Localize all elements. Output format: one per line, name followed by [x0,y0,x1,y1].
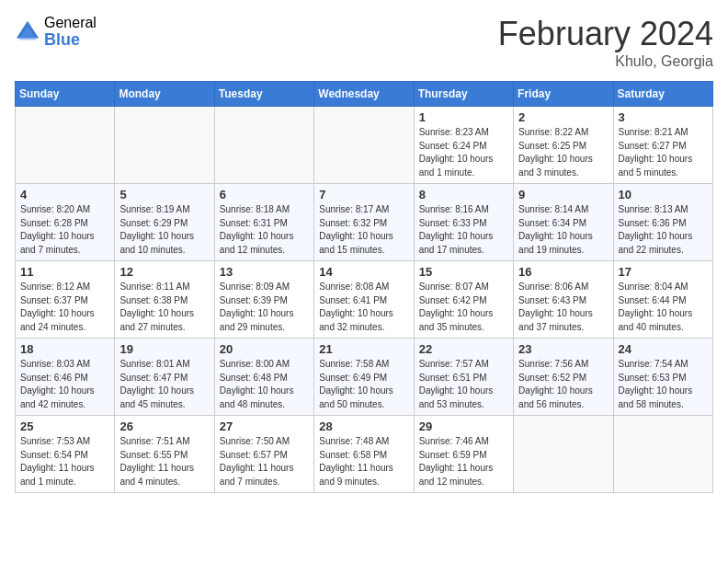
calendar-week-row: 25Sunrise: 7:53 AM Sunset: 6:54 PM Dayli… [16,416,713,493]
day-number: 27 [220,419,309,433]
day-of-week-header: Wednesday [314,82,414,107]
calendar-day-cell [214,107,313,184]
day-info: Sunrise: 8:20 AM Sunset: 6:28 PM Dayligh… [20,203,109,257]
day-number: 14 [319,265,408,279]
calendar-week-row: 11Sunrise: 8:12 AM Sunset: 6:37 PM Dayli… [16,261,713,339]
calendar-day-cell [115,107,214,184]
day-of-week-header: Tuesday [214,82,313,107]
day-of-week-header: Friday [514,82,613,107]
day-of-week-header: Saturday [613,82,712,107]
day-number: 13 [220,265,309,279]
day-info: Sunrise: 8:01 AM Sunset: 6:47 PM Dayligh… [119,358,209,411]
day-info: Sunrise: 8:23 AM Sunset: 6:24 PM Dayligh… [419,126,508,179]
calendar-day-cell: 5Sunrise: 8:19 AM Sunset: 6:29 PM Daylig… [115,184,214,261]
calendar-week-row: 4Sunrise: 8:20 AM Sunset: 6:28 PM Daylig… [16,184,713,261]
calendar-day-cell: 6Sunrise: 8:18 AM Sunset: 6:31 PM Daylig… [214,184,313,261]
day-number: 15 [419,265,508,279]
day-info: Sunrise: 8:04 AM Sunset: 6:44 PM Dayligh… [619,281,708,334]
day-info: Sunrise: 8:06 AM Sunset: 6:43 PM Dayligh… [518,281,608,334]
day-number: 28 [319,419,408,433]
day-info: Sunrise: 7:58 AM Sunset: 6:49 PM Dayligh… [319,358,408,411]
calendar-day-cell: 7Sunrise: 8:17 AM Sunset: 6:32 PM Daylig… [314,184,414,261]
calendar-day-cell: 26Sunrise: 7:51 AM Sunset: 6:55 PM Dayli… [115,416,214,493]
day-info: Sunrise: 8:11 AM Sunset: 6:38 PM Dayligh… [119,281,209,334]
day-number: 23 [518,342,608,356]
day-info: Sunrise: 8:12 AM Sunset: 6:37 PM Dayligh… [20,281,109,334]
calendar-header-row: SundayMondayTuesdayWednesdayThursdayFrid… [16,82,713,107]
day-number: 8 [419,188,508,201]
day-number: 24 [619,342,708,356]
calendar-day-cell: 4Sunrise: 8:20 AM Sunset: 6:28 PM Daylig… [16,184,115,261]
calendar-day-cell [314,107,414,184]
day-info: Sunrise: 8:14 AM Sunset: 6:34 PM Dayligh… [518,203,608,257]
day-number: 17 [619,265,708,279]
calendar-day-cell: 1Sunrise: 8:23 AM Sunset: 6:24 PM Daylig… [414,107,513,184]
calendar-week-row: 18Sunrise: 8:03 AM Sunset: 6:46 PM Dayli… [16,339,713,416]
logo-icon [15,19,40,45]
calendar-day-cell: 18Sunrise: 8:03 AM Sunset: 6:46 PM Dayli… [16,339,115,416]
title-month: February 2024 [498,15,713,53]
calendar-day-cell: 28Sunrise: 7:48 AM Sunset: 6:58 PM Dayli… [314,416,414,493]
day-info: Sunrise: 8:13 AM Sunset: 6:36 PM Dayligh… [619,203,708,257]
day-info: Sunrise: 8:17 AM Sunset: 6:32 PM Dayligh… [319,203,408,257]
day-number: 5 [119,188,209,201]
day-info: Sunrise: 7:56 AM Sunset: 6:52 PM Dayligh… [518,358,608,411]
day-info: Sunrise: 7:57 AM Sunset: 6:51 PM Dayligh… [419,358,508,411]
calendar-day-cell [613,416,712,493]
day-number: 16 [518,265,608,279]
day-number: 21 [319,342,408,356]
calendar-day-cell: 3Sunrise: 8:21 AM Sunset: 6:27 PM Daylig… [613,107,712,184]
day-number: 3 [619,110,708,124]
calendar-day-cell: 20Sunrise: 8:00 AM Sunset: 6:48 PM Dayli… [214,339,313,416]
calendar-day-cell: 29Sunrise: 7:46 AM Sunset: 6:59 PM Dayli… [414,416,513,493]
logo-text: General Blue [44,15,97,49]
logo-general: General [44,15,97,31]
logo-blue: Blue [44,31,97,50]
day-number: 29 [419,419,508,433]
calendar-day-cell: 12Sunrise: 8:11 AM Sunset: 6:38 PM Dayli… [115,261,214,339]
calendar-day-cell: 25Sunrise: 7:53 AM Sunset: 6:54 PM Dayli… [16,416,115,493]
calendar-day-cell: 27Sunrise: 7:50 AM Sunset: 6:57 PM Dayli… [214,416,313,493]
day-of-week-header: Thursday [414,82,513,107]
calendar-day-cell [514,416,613,493]
calendar-day-cell: 15Sunrise: 8:07 AM Sunset: 6:42 PM Dayli… [414,261,513,339]
day-number: 9 [518,188,608,201]
calendar-day-cell: 17Sunrise: 8:04 AM Sunset: 6:44 PM Dayli… [613,261,712,339]
calendar-day-cell: 14Sunrise: 8:08 AM Sunset: 6:41 PM Dayli… [314,261,414,339]
calendar-day-cell [16,107,115,184]
day-number: 25 [20,419,109,433]
day-number: 20 [220,342,309,356]
day-number: 26 [119,419,209,433]
calendar-day-cell: 2Sunrise: 8:22 AM Sunset: 6:25 PM Daylig… [514,107,613,184]
day-info: Sunrise: 7:46 AM Sunset: 6:59 PM Dayligh… [419,435,508,488]
day-number: 6 [220,188,309,201]
calendar-day-cell: 23Sunrise: 7:56 AM Sunset: 6:52 PM Dayli… [514,339,613,416]
day-number: 19 [119,342,209,356]
day-info: Sunrise: 7:53 AM Sunset: 6:54 PM Dayligh… [20,435,109,488]
calendar-day-cell: 13Sunrise: 8:09 AM Sunset: 6:39 PM Dayli… [214,261,313,339]
day-info: Sunrise: 7:50 AM Sunset: 6:57 PM Dayligh… [220,435,309,488]
logo: General Blue [15,15,97,49]
calendar-day-cell: 16Sunrise: 8:06 AM Sunset: 6:43 PM Dayli… [514,261,613,339]
day-number: 12 [119,265,209,279]
day-info: Sunrise: 8:21 AM Sunset: 6:27 PM Dayligh… [619,126,708,179]
calendar-day-cell: 24Sunrise: 7:54 AM Sunset: 6:53 PM Dayli… [613,339,712,416]
day-info: Sunrise: 8:00 AM Sunset: 6:48 PM Dayligh… [220,358,309,411]
day-info: Sunrise: 8:08 AM Sunset: 6:41 PM Dayligh… [319,281,408,334]
calendar-day-cell: 10Sunrise: 8:13 AM Sunset: 6:36 PM Dayli… [613,184,712,261]
day-info: Sunrise: 7:48 AM Sunset: 6:58 PM Dayligh… [319,435,408,488]
day-info: Sunrise: 7:51 AM Sunset: 6:55 PM Dayligh… [119,435,209,488]
calendar-day-cell: 21Sunrise: 7:58 AM Sunset: 6:49 PM Dayli… [314,339,414,416]
day-info: Sunrise: 8:19 AM Sunset: 6:29 PM Dayligh… [119,203,209,257]
day-of-week-header: Monday [115,82,214,107]
day-info: Sunrise: 8:07 AM Sunset: 6:42 PM Dayligh… [419,281,508,334]
day-number: 2 [518,110,608,124]
title-location: Khulo, Georgia [498,53,713,70]
day-number: 4 [20,188,109,201]
day-info: Sunrise: 8:22 AM Sunset: 6:25 PM Dayligh… [518,126,608,179]
calendar-week-row: 1Sunrise: 8:23 AM Sunset: 6:24 PM Daylig… [16,107,713,184]
page-header: General Blue February 2024 Khulo, Georgi… [15,15,713,70]
day-number: 22 [419,342,508,356]
day-number: 1 [419,110,508,124]
day-info: Sunrise: 8:09 AM Sunset: 6:39 PM Dayligh… [220,281,309,334]
